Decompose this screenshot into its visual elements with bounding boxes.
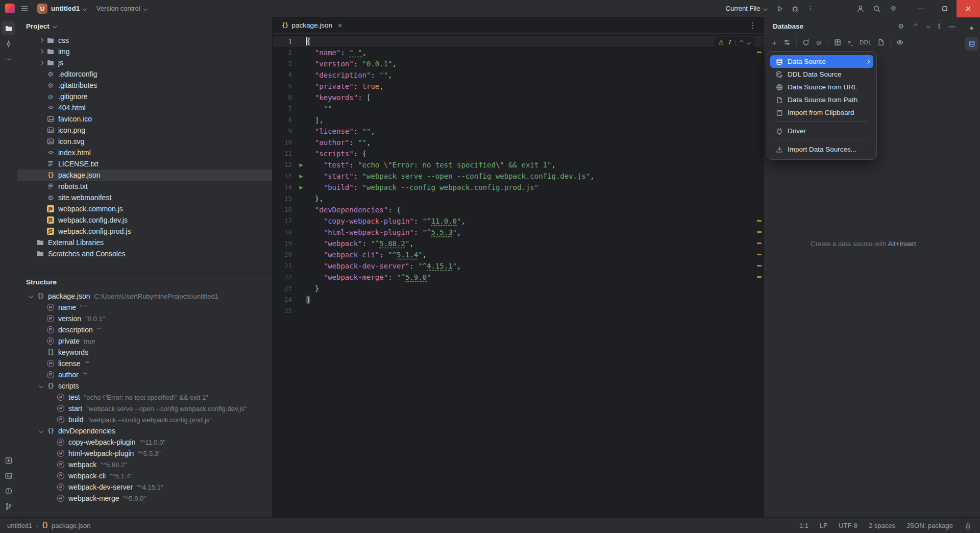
next-warning-icon[interactable] [746,40,750,44]
editor[interactable]: 1{2 "name": " ",3 "version": "0.0.1",4 "… [273,34,764,517]
run-configuration-selector[interactable]: Current File [721,5,772,12]
menu-item-data-source-from-path[interactable]: Data Source from Path [770,93,873,106]
editor-line-14[interactable]: 14▶ "build": "webpack --config webpack.c… [273,182,764,193]
debug-button[interactable] [788,2,802,16]
new-data-source-button[interactable]: + [768,36,780,49]
editor-line-17[interactable]: 17 "copy-webpack-plugin": "^11.0.0", [273,215,764,227]
menu-item-data-source-from-url[interactable]: Data Source from URL [770,81,873,93]
diagram-button[interactable] [831,36,844,49]
tree-row-js[interactable]: js [17,57,272,68]
search-everywhere-button[interactable] [870,2,884,16]
inspection-widget[interactable]: ⚠ 7 [714,37,754,47]
data-source-properties-button[interactable] [781,36,793,49]
tree-row-gitattributes[interactable]: ⚙.gitattributes [17,80,272,91]
problems-tool-button[interactable] [2,484,15,498]
disconnect-button[interactable]: ⊘ [813,36,825,49]
tree-row-copy-webpack-plugin[interactable]: Pcopy-webpack-plugin"^11.0.0" [17,437,272,448]
tree-row-devdependencies[interactable]: {}devDependencies [17,425,272,437]
menu-item-driver[interactable]: Driver [770,125,873,137]
tree-row-external-libraries[interactable]: External Libraries [17,237,272,248]
encoding-widget[interactable]: UTF-8 [839,522,857,529]
editor-line-13[interactable]: 13▶ "start": "webpack serve --open --con… [273,171,764,182]
editor-line-15[interactable]: 15 }, [273,193,764,204]
project-badge[interactable]: U [37,4,47,14]
editor-line-20[interactable]: 20 "webpack-cli": "^5.1.4", [273,249,764,260]
tree-row-site-webmanifest[interactable]: ⚙site.webmanifest [17,192,272,203]
commit-tool-button[interactable] [2,37,15,51]
editor-line-2[interactable]: 2 "name": " ", [273,47,764,58]
tree-row-webpack-config-prod-js[interactable]: JSwebpack.config.prod.js [17,226,272,237]
more-tool-windows-tool-button[interactable]: ⋯ [2,52,15,66]
menu-item-import-data-sources[interactable]: Import Data Sources... [770,143,873,156]
chevron-right-icon[interactable] [39,61,43,65]
tree-row-webpack[interactable]: Pwebpack"^5.88.2" [17,459,272,470]
warning-stripe-mark[interactable] [757,243,762,244]
tree-row-index-html[interactable]: <>index.html [17,147,272,158]
main-menu-button[interactable] [17,2,32,16]
editor-line-12[interactable]: 12▶ "test": "echo \"Error: no test speci… [273,159,764,171]
chevron-down-icon[interactable] [39,429,43,433]
refresh-button[interactable] [800,36,812,49]
warning-stripe-mark[interactable] [757,231,762,233]
generate-script-button[interactable] [875,36,887,49]
tree-row-html-webpack-plugin[interactable]: Phtml-webpack-plugin"^5.5.3" [17,448,272,459]
tree-row-webpack-common-js[interactable]: JSwebpack.common.js [17,203,272,214]
maximize-button[interactable] [933,0,957,17]
tree-row-webpack-merge[interactable]: Pwebpack-merge"^5.9.0" [17,493,272,504]
editor-line-18[interactable]: 18 "html-webpack-plugin": "^5.5.3", [273,227,764,238]
editor-line-19[interactable]: 19 "webpack": "^5.88.2", [273,238,764,249]
tree-row-icon-svg[interactable]: icon.svg [17,136,272,147]
menu-item-data-source[interactable]: Data Source [770,55,873,68]
tree-row-img[interactable]: img [17,46,272,57]
project-panel-header[interactable]: Project [17,17,272,35]
scroll-down-button[interactable] [921,20,932,32]
menu-item-ddl-data-source[interactable]: DDL Data Source [770,68,873,81]
more-actions-button[interactable]: ⋮ [803,2,818,16]
project-name-widget[interactable]: untitled1 [51,5,86,12]
editor-line-22[interactable]: 22 "webpack-merge": "^5.9.0" [273,272,764,283]
tree-row-404-html[interactable]: <>404.html [17,102,272,113]
editor-line-5[interactable]: 5 "private": true, [273,81,764,92]
account-button[interactable] [853,2,868,16]
minimize-button[interactable]: — [910,0,933,17]
tool-window-settings-button[interactable]: ⚙ [895,20,906,32]
run-script-icon[interactable]: ▶ [296,171,306,182]
editor-line-7[interactable]: 7 "" [273,103,764,114]
tree-row-package-json[interactable]: {}package.jsonC:\Users\User\RubymineProj… [17,290,272,302]
warning-stripe-mark[interactable] [757,276,762,278]
editor-line-8[interactable]: 8 ], [273,114,764,126]
tab-package-json[interactable]: {} package.json × [277,17,347,34]
chevron-down-icon[interactable] [39,384,43,388]
line-separator-widget[interactable]: LF [820,522,827,529]
indent-widget[interactable]: 2 spaces [869,522,895,529]
tab-options-icon[interactable]: ⋮ [749,21,756,30]
tree-row-license-txt[interactable]: LICENSE.txt [17,158,272,169]
warning-stripe-mark[interactable] [757,265,762,266]
chevron-right-icon[interactable] [39,50,43,54]
tree-row-build[interactable]: Pbuild"webpack --config webpack.config.p… [17,414,272,425]
project-tool-button[interactable] [2,21,15,35]
ddl-button[interactable]: DDL [857,36,874,49]
tree-row-css[interactable]: css [17,35,272,46]
run-script-icon[interactable]: ▶ [296,182,306,193]
editor-line-1[interactable]: 1{ [273,36,764,47]
editor-line-10[interactable]: 10 "author": "", [273,137,764,148]
editor-line-24[interactable]: 24} [273,294,764,305]
tree-row-scripts[interactable]: {}scripts [17,380,272,392]
caret-position-widget[interactable]: 1:1 [799,522,808,529]
tree-row-test[interactable]: Ptest"echo \"Error: no test specified\" … [17,392,272,403]
warning-stripe-mark[interactable] [757,220,762,222]
run-button[interactable] [773,2,787,16]
editor-line-16[interactable]: 16 "devDependencies": { [273,204,764,215]
tree-row-description[interactable]: Pdescription"" [17,324,272,335]
tree-row-start[interactable]: Pstart"webpack serve --open --config web… [17,403,272,414]
editor-line-9[interactable]: 9 "license": "", [273,126,764,137]
lock-icon[interactable] [964,522,972,529]
editor-line-23[interactable]: 23 } [273,283,764,294]
hide-tool-window-button[interactable]: — [946,20,958,32]
breadcrumb-project[interactable]: untitled1 [7,522,32,529]
warning-stripe-mark[interactable] [757,52,762,53]
chevron-down-icon[interactable] [29,294,33,298]
tree-row-scratches-and-consoles[interactable]: Scratches and Consoles [17,248,272,259]
tree-row-robots-txt[interactable]: robots.txt [17,181,272,192]
